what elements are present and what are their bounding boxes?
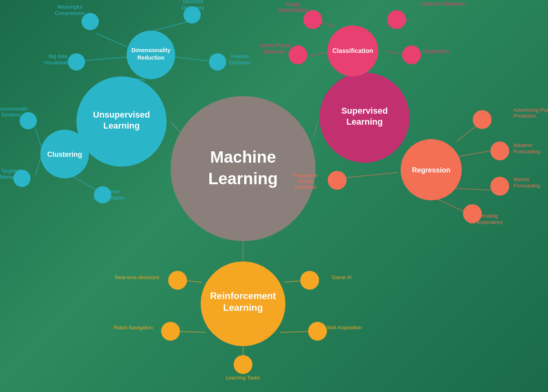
robot-label: Robot Navigation [114,325,153,330]
clustering-label: Clustering [47,151,82,158]
customer-seg-label: Customer [98,189,120,194]
svg-text:Reduction: Reduction [138,54,164,61]
svg-line-22 [346,172,398,178]
skill-label: Skill Acquisition [327,325,362,330]
diagram-container: Machine Learning Unsupervised Learning D… [0,0,548,392]
center-label: Machine [210,148,276,166]
image-label: Image [286,1,300,7]
reinforcement-label: Reinforcement [210,290,276,301]
weather-label: Weather [514,142,533,148]
diagnostics-label: Diagnostics [423,48,449,54]
structure-label: Structure [183,0,203,4]
svg-text:Visualistaion: Visualistaion [44,60,73,65]
svg-line-10 [35,157,41,174]
gameai-label: Game AI [332,274,352,280]
svg-text:Predicton: Predicton [295,184,317,190]
svg-line-8 [174,57,208,61]
fraud-label: Idenity Fraud [259,42,289,48]
adv-dot [473,110,492,129]
image-dot [303,10,322,29]
svg-text:Detection: Detection [264,49,285,54]
market-label: Market [514,176,529,182]
svg-line-6 [151,22,188,31]
learning-label: Learning Tasks [226,375,260,381]
svg-line-18 [457,125,478,141]
pop-label: Population [294,172,318,178]
learning-dot [234,355,252,374]
bigdata-label: Big data [49,53,67,59]
svg-line-20 [453,188,490,190]
svg-text:Forecasting: Forecasting [514,183,540,189]
svg-text:life expectancy: life expectancy [469,219,503,225]
supervised-label: Supervised [341,106,388,116]
robot-dot [161,322,180,341]
svg-text:Learning: Learning [223,302,263,313]
adv-label: Advertising Popularity [514,107,548,113]
svg-line-7 [82,57,129,61]
svg-line-25 [176,331,206,332]
market-dot [490,177,509,196]
recommender-dot [20,112,37,129]
unsupervised-label: Unsupervised [93,110,150,120]
feature-dot [209,53,226,71]
svg-text:Marketing: Marketing [0,174,22,180]
svg-line-5 [96,33,127,47]
recommender-label: Recommender [0,106,28,112]
svg-text:Classification: Classification [278,7,308,13]
svg-line-9 [35,127,41,147]
weather-dot [490,142,509,160]
realtime-dot [168,271,187,290]
svg-line-1 [314,122,318,137]
feature-label: Feature [231,53,249,59]
gameai-dot [300,271,319,290]
classification-label: Classification [332,47,373,54]
svg-text:Learning: Learning [347,117,383,127]
realtime-label: Real-time decisions [115,274,160,280]
svg-text:Systems: Systems [1,112,21,118]
svg-text:Segmentation: Segmentation [93,195,125,201]
population-dot [328,171,347,190]
regression-label: Regression [412,166,450,174]
dimensionality-label: Dimensionality [131,47,171,53]
svg-text:Growth: Growth [298,178,314,184]
life-label: Estimating [474,213,498,219]
svg-text:Discovery: Discovery [181,5,204,11]
targeted-label: Targeted [1,168,21,174]
center-label2: Learning [208,169,278,188]
svg-text:Prediction: Prediction [514,113,536,119]
skill-dot [308,322,327,341]
svg-text:Elicitation: Elicitation [229,60,251,65]
svg-text:Compression: Compression [55,10,85,16]
meaningful-label: Meaningful [57,4,82,10]
svg-text:Forecasting: Forecasting [514,149,540,154]
svg-text:Learning: Learning [103,121,140,131]
fraud-dot [289,45,307,64]
diagram-svg: Machine Learning Unsupervised Learning D… [0,0,548,392]
diagnostics-dot [402,45,421,64]
svg-line-19 [457,151,490,157]
center-circle [171,96,316,241]
retention-label: Customer Retention [420,1,466,7]
retention-dot [387,10,406,29]
